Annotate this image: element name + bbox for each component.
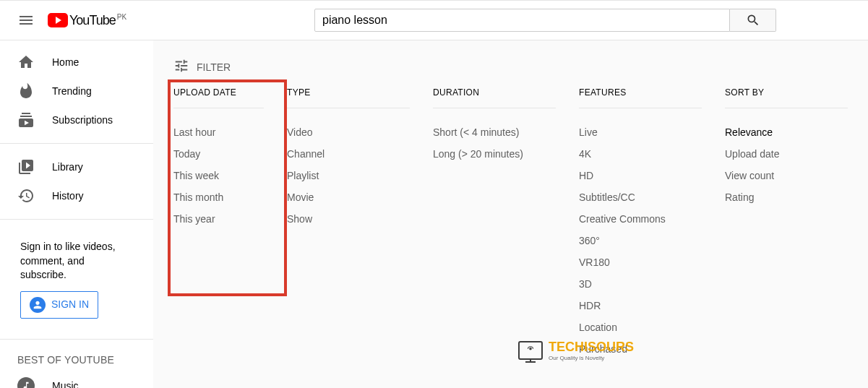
search-icon <box>746 13 760 27</box>
search-button[interactable] <box>730 9 776 32</box>
filter-option[interactable]: Long (> 20 minutes) <box>433 143 556 165</box>
filter-option-selected[interactable]: Relevance <box>725 121 848 143</box>
sidebar-item-label: Library <box>52 161 83 173</box>
history-icon <box>17 187 35 204</box>
filter-column-upload-date: UPLOAD DATE Last hour Today This week Th… <box>173 87 264 360</box>
sidebar-item-subscriptions[interactable]: Subscriptions <box>0 105 153 134</box>
hamburger-menu-button[interactable] <box>12 6 40 35</box>
filter-option[interactable]: Last hour <box>173 121 264 143</box>
filter-option[interactable]: Show <box>287 208 410 230</box>
filter-option[interactable]: This week <box>173 165 264 186</box>
filter-option[interactable]: 360° <box>579 230 702 251</box>
filter-column-heading: FEATURES <box>579 87 702 108</box>
sidebar-item-label: History <box>52 190 84 202</box>
sidebar-item-history[interactable]: History <box>0 181 153 210</box>
sidebar-item-music[interactable]: Music <box>0 371 153 388</box>
filter-option[interactable]: Subtitles/CC <box>579 186 702 208</box>
music-icon <box>17 377 35 388</box>
sidebar-divider <box>0 143 153 144</box>
country-code: PK <box>117 13 126 21</box>
watermark-subtitle: Our Quality is Novelty <box>549 355 634 361</box>
filter-option[interactable]: Playlist <box>287 165 410 186</box>
youtube-play-icon <box>48 13 68 27</box>
filter-option[interactable]: 3D <box>579 273 702 295</box>
filter-option[interactable]: VR180 <box>579 251 702 273</box>
sidebar: Home Trending Subscriptions Library Hist… <box>0 40 153 388</box>
subscriptions-icon <box>17 111 35 129</box>
filter-column-heading: SORT BY <box>725 87 848 108</box>
filter-toggle-label: FILTER <box>197 61 231 73</box>
main-content: FILTER UPLOAD DATE Last hour Today This … <box>153 40 868 388</box>
signin-button[interactable]: SIGN IN <box>20 291 98 319</box>
filter-column-heading: TYPE <box>287 87 410 108</box>
tune-icon <box>173 58 189 76</box>
filter-column-heading: DURATION <box>433 87 556 108</box>
user-icon <box>30 297 46 313</box>
filter-option[interactable]: HDR <box>579 295 702 316</box>
sidebar-item-label: Home <box>52 56 79 68</box>
sidebar-divider <box>0 219 153 220</box>
filter-option[interactable]: This year <box>173 208 264 230</box>
filter-option[interactable]: Video <box>287 121 410 143</box>
page-layout: Home Trending Subscriptions Library Hist… <box>0 40 868 388</box>
filter-column-heading: UPLOAD DATE <box>173 87 264 108</box>
filter-column-duration: DURATION Short (< 4 minutes) Long (> 20 … <box>433 87 556 360</box>
filter-option[interactable]: Location <box>579 316 702 338</box>
signin-prompt-text: Sign in to like videos, comment, and sub… <box>20 240 133 283</box>
sidebar-item-home[interactable]: Home <box>0 48 153 77</box>
search-form <box>314 9 776 32</box>
sidebar-item-library[interactable]: Library <box>0 152 153 181</box>
filter-option[interactable]: HD <box>579 165 702 186</box>
filter-option[interactable]: Short (< 4 minutes) <box>433 121 556 143</box>
search-input[interactable] <box>314 9 730 32</box>
trending-icon <box>17 82 35 100</box>
filter-panel: UPLOAD DATE Last hour Today This week Th… <box>173 87 848 360</box>
filter-option[interactable]: Creative Commons <box>579 208 702 230</box>
filter-toggle-button[interactable]: FILTER <box>173 52 848 87</box>
svg-point-1 <box>529 348 532 350</box>
home-icon <box>17 53 35 71</box>
hamburger-icon <box>17 12 35 29</box>
signin-button-label: SIGN IN <box>51 298 89 312</box>
filter-column-features: FEATURES Live 4K HD Subtitles/CC Creativ… <box>579 87 702 360</box>
filter-option[interactable]: 4K <box>579 143 702 165</box>
monitor-icon <box>518 341 543 360</box>
filter-option[interactable]: View count <box>725 165 848 186</box>
filter-column-sort-by: SORT BY Relevance Upload date View count… <box>725 87 848 360</box>
filter-option[interactable]: Today <box>173 143 264 165</box>
signin-prompt-box: Sign in to like videos, comment, and sub… <box>0 228 153 330</box>
youtube-logo[interactable]: YouTube PK <box>48 13 126 28</box>
filter-option[interactable]: Channel <box>287 143 410 165</box>
sidebar-item-trending[interactable]: Trending <box>0 77 153 105</box>
youtube-wordmark: YouTube <box>69 13 116 28</box>
filter-option[interactable]: Movie <box>287 186 410 208</box>
filter-option[interactable]: Live <box>579 121 702 143</box>
sidebar-item-label: Subscriptions <box>52 114 113 126</box>
filter-option[interactable]: Rating <box>725 186 848 208</box>
sidebar-item-label: Trending <box>52 85 92 97</box>
sidebar-divider <box>0 339 153 340</box>
filter-column-type: TYPE Video Channel Playlist Movie Show <box>287 87 410 360</box>
sidebar-item-label: Music <box>52 380 79 388</box>
watermark-title: TECHISOURS <box>549 340 634 355</box>
watermark-logo: TECHISOURS Our Quality is Novelty <box>518 340 634 361</box>
topbar: YouTube PK <box>0 0 868 40</box>
library-icon <box>17 158 35 176</box>
filter-option[interactable]: This month <box>173 186 264 208</box>
filter-option[interactable]: Upload date <box>725 143 848 165</box>
sidebar-section-heading: BEST OF YOUTUBE <box>0 348 153 371</box>
